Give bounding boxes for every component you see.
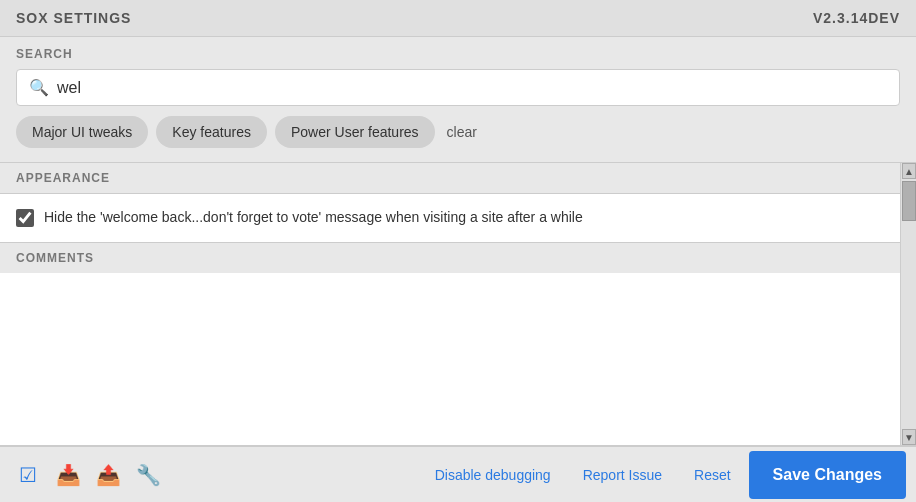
scrollbar-track: ▲ ▼: [900, 163, 916, 445]
report-issue-button[interactable]: Report Issue: [569, 459, 676, 491]
disable-debugging-button[interactable]: Disable debugging: [421, 459, 565, 491]
export-icon-button[interactable]: 📤: [90, 457, 126, 493]
app-version: V2.3.14DEV: [813, 10, 900, 26]
reset-button[interactable]: Reset: [680, 459, 745, 491]
appearance-section-header: APPEARANCE: [0, 163, 900, 194]
import-icon: 📥: [56, 463, 81, 487]
comments-section-header: COMMENTS: [0, 242, 900, 273]
setting-hide-welcome: Hide the 'welcome back...don't forget to…: [16, 208, 884, 228]
filter-key-features[interactable]: Key features: [156, 116, 267, 148]
import-icon-button[interactable]: 📥: [50, 457, 86, 493]
scrollbar-down-arrow[interactable]: ▼: [902, 429, 916, 445]
filter-power-user[interactable]: Power User features: [275, 116, 435, 148]
search-input[interactable]: [57, 79, 887, 97]
search-label: SEARCH: [16, 47, 900, 61]
header: SOX SETTINGS V2.3.14DEV: [0, 0, 916, 37]
hide-welcome-checkbox[interactable]: [16, 209, 34, 227]
select-all-icon: ☑: [19, 463, 37, 487]
settings-icon-button[interactable]: 🔧: [130, 457, 166, 493]
hide-welcome-label: Hide the 'welcome back...don't forget to…: [44, 208, 583, 228]
main-content: APPEARANCE Hide the 'welcome back...don'…: [0, 162, 916, 446]
content-scroll[interactable]: APPEARANCE Hide the 'welcome back...don'…: [0, 163, 900, 445]
clear-filters-button[interactable]: clear: [443, 116, 481, 148]
search-section: SEARCH 🔍 Major UI tweaks Key features Po…: [0, 37, 916, 162]
filter-major-ui[interactable]: Major UI tweaks: [16, 116, 148, 148]
select-all-icon-button[interactable]: ☑: [10, 457, 46, 493]
save-changes-button[interactable]: Save Changes: [749, 451, 906, 499]
search-input-wrapper: 🔍: [16, 69, 900, 106]
search-icon: 🔍: [29, 78, 49, 97]
export-icon: 📤: [96, 463, 121, 487]
scrollbar-thumb[interactable]: [902, 181, 916, 221]
settings-icon: 🔧: [136, 463, 161, 487]
app-title: SOX SETTINGS: [16, 10, 131, 26]
appearance-section-content: Hide the 'welcome back...don't forget to…: [0, 194, 900, 242]
filter-row: Major UI tweaks Key features Power User …: [16, 116, 900, 156]
footer: ☑ 📥 📤 🔧 Disable debugging Report Issue R…: [0, 446, 916, 502]
scrollbar-up-arrow[interactable]: ▲: [902, 163, 916, 179]
